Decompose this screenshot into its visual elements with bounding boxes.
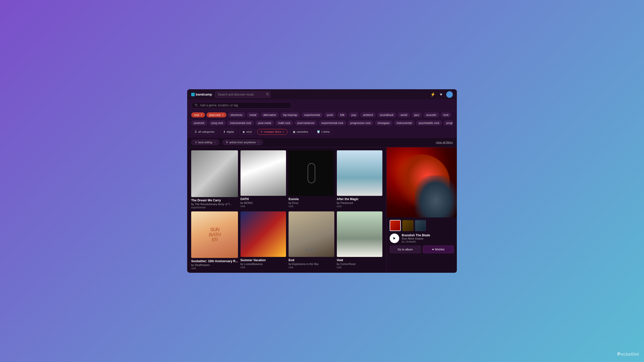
t-shirts-icon: 👕 [317, 130, 320, 133]
album-title-7: Void [337, 258, 382, 262]
format-all-categories[interactable]: ☰ all categories [191, 129, 218, 135]
subtag-post-hardcore[interactable]: post-hardcore [295, 120, 317, 125]
subtag-shoegaze[interactable]: shoegaze [375, 120, 392, 125]
album-artist-3: by Parannoul [337, 201, 382, 204]
tag-pop[interactable]: pop [349, 112, 359, 117]
logo[interactable]: bandcamp [191, 93, 212, 96]
chevron-down-icon [214, 141, 216, 144]
logo-text: bandcamp [196, 93, 212, 96]
go-to-album-button[interactable]: Go to album [390, 246, 421, 253]
location-icon [226, 141, 228, 144]
wishlist-button[interactable]: ♥ Wishlist [423, 246, 454, 253]
album-card-4[interactable]: SUNBATHERSunbather: 10th Anniversary R..… [191, 211, 238, 270]
play-button[interactable] [390, 234, 399, 243]
search-input[interactable] [215, 91, 270, 98]
album-card-2[interactable]: Eunoiaby Envyrock [289, 150, 334, 209]
album-cover-0 [191, 150, 238, 197]
subtag-experimental-rock[interactable]: experimental rock [319, 120, 346, 125]
sort-filter-button[interactable]: best-selling [191, 140, 219, 145]
format-t-shirts[interactable]: 👕 t-shirts [313, 129, 333, 135]
featured-panel: Brandish The Blade from More Insane by U… [386, 147, 457, 273]
album-artist-4: by Deafheaven [191, 263, 238, 266]
heart-button[interactable]: ♥ [439, 92, 443, 97]
format-vinyl[interactable]: ◉ vinyl [239, 129, 255, 135]
tags-row-2: postrockprog rockinstrumental rockpost-m… [191, 120, 453, 125]
album-genre-6: rock [289, 266, 334, 269]
format-compact-discs[interactable]: ✕ compact discs × [257, 129, 288, 135]
format-remove-icon: × [283, 130, 284, 133]
tag-folk[interactable]: folk [337, 112, 347, 117]
clear-filters-button[interactable]: clear all filters [436, 141, 453, 144]
subtag-prog-rock[interactable]: prog rock [209, 120, 226, 125]
subtag-progressive-rock[interactable]: progressive rock [348, 120, 374, 125]
tag-punk[interactable]: punk [324, 112, 336, 117]
tag-jazz[interactable]: jazz [412, 112, 422, 117]
album-genre-5: rock [240, 266, 286, 269]
search-bar [215, 91, 270, 98]
header: bandcamp ⚡ ♥ [187, 89, 457, 100]
svg-line-1 [268, 95, 268, 95]
tag-ambient[interactable]: ambient [360, 112, 376, 117]
app-window: bandcamp ⚡ ♥ rock×post-rock×electronicme… [187, 89, 457, 273]
vinyl-label: vinyl [246, 130, 252, 133]
tag-metal[interactable]: metal [247, 112, 259, 117]
subtag-math-rock[interactable]: math rock [275, 120, 293, 125]
tag-acoustic[interactable]: acoustic [423, 112, 439, 117]
tag-experimental[interactable]: experimental [301, 112, 323, 117]
subtag-post-metal[interactable]: post-metal [255, 120, 274, 125]
album-card-1[interactable]: OATHby MONOrock [240, 150, 286, 209]
cassettes-icon: ▣ [293, 130, 295, 133]
location-filter-button[interactable]: artists from anywhere [222, 140, 263, 145]
album-card-5[interactable]: Summer Vacationby Lovewillsaveusrock [240, 211, 286, 270]
heart-icon: ♥ [440, 92, 442, 97]
format-digital[interactable]: ⬇ digital [220, 129, 237, 135]
album-genre-3: rock [337, 205, 382, 208]
album-artist-1: by MONO [240, 201, 286, 204]
search-submit-button[interactable] [266, 93, 269, 96]
tag-rock[interactable]: rock× [191, 112, 205, 117]
subtag-instrumental[interactable]: instrumental [394, 120, 415, 125]
featured-player: Brandish The Blade from More Insane by U… [387, 234, 457, 246]
genre-input-wrap [191, 102, 292, 109]
tag-alternative[interactable]: alternative [261, 112, 279, 117]
wishlist-label: Wishlist [435, 248, 445, 251]
tag-funk[interactable]: funk [441, 112, 452, 117]
thumbnail-2[interactable] [402, 220, 413, 231]
album-genre-4: rock [191, 267, 238, 270]
subtag-progressive[interactable]: progressive [444, 120, 453, 125]
album-cover-4: SUNBATHER [191, 211, 238, 258]
compact-discs-icon: ✕ [260, 130, 263, 133]
featured-actions: Go to album ♥ Wishlist [387, 246, 457, 257]
thumbnail-3[interactable] [415, 220, 426, 231]
thumbnail-1[interactable] [390, 220, 401, 231]
subtag-psychedelic-rock[interactable]: psychedelic rock [416, 120, 442, 125]
lightning-icon: ⚡ [430, 92, 435, 97]
tag-post-rock[interactable]: post-rock× [207, 112, 226, 117]
album-card-3[interactable]: After the Magicby Parannoulrock [337, 150, 382, 209]
album-cover-2 [289, 150, 334, 196]
tag-hip-hop-rap[interactable]: hip-hop/rap [280, 112, 300, 117]
album-card-6[interactable]: ENDEndby Explosions in the Skyrock [289, 211, 334, 270]
album-artist-0: by The Revolutionary Army of T... [191, 203, 238, 206]
subtag-instrumental-rock[interactable]: instrumental rock [227, 120, 254, 125]
format-cassettes[interactable]: ▣ cassettes [290, 129, 311, 135]
avatar[interactable] [446, 91, 453, 98]
tag-electronic[interactable]: electronic [228, 112, 245, 117]
album-cover-3 [337, 150, 382, 196]
featured-thumbnails [387, 217, 457, 234]
album-cover-1 [240, 150, 286, 196]
vinyl-icon: ◉ [243, 130, 245, 133]
subtag-postrock[interactable]: postrock [191, 120, 207, 125]
genre-tag-input[interactable] [200, 104, 288, 107]
lightning-button[interactable]: ⚡ [430, 92, 436, 97]
chevron-down-location-icon [257, 141, 260, 144]
album-card-0[interactable]: The Dream We Carryby The Revolutionary A… [191, 150, 238, 209]
tag-soundtrack[interactable]: soundtrack [377, 112, 396, 117]
album-card-7[interactable]: Voidby Coma Rossirock [337, 211, 382, 270]
tag-world[interactable]: world [398, 112, 410, 117]
album-title-0: The Dream We Carry [191, 199, 238, 202]
album-cover-7 [337, 211, 382, 257]
tags-section-2: postrockprog rockinstrumental rockpost-m… [187, 119, 457, 127]
tags-section-1: rock×post-rock×electronicmetalalternativ… [187, 111, 457, 119]
album-genre-2: rock [289, 205, 334, 208]
